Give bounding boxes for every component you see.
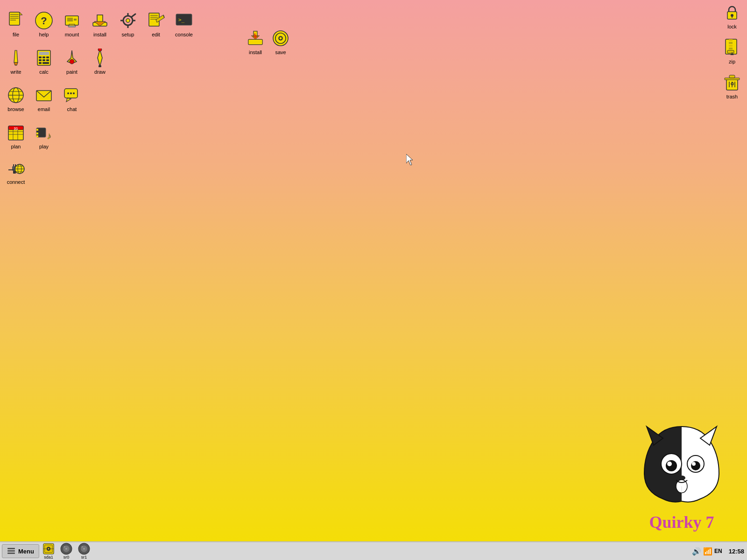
- svg-rect-93: [729, 39, 733, 41]
- svg-rect-96: [729, 48, 733, 49]
- language-icon: EN: [714, 548, 722, 554]
- svg-text:?: ?: [41, 15, 47, 27]
- plan-icon[interactable]: 31 plan: [2, 114, 30, 151]
- svg-rect-36: [39, 56, 42, 58]
- clock: 12:58: [729, 548, 744, 555]
- svg-rect-41: [46, 59, 49, 61]
- email-icon[interactable]: email: [30, 77, 58, 114]
- menu-label: Menu: [18, 548, 34, 555]
- svg-rect-101: [725, 78, 740, 80]
- svg-rect-68: [36, 129, 38, 131]
- svg-rect-12: [68, 26, 76, 27]
- draw-icon[interactable]: draw: [86, 39, 114, 77]
- svg-point-88: [280, 37, 282, 40]
- desktop: file ? help mount: [0, 0, 747, 560]
- svg-rect-119: [7, 548, 15, 549]
- taskbar-sr0[interactable]: sr0: [60, 542, 73, 560]
- svg-point-111: [667, 462, 672, 466]
- save-icon[interactable]: save: [270, 28, 291, 55]
- svg-rect-82: [248, 39, 262, 44]
- svg-point-57: [67, 92, 69, 94]
- svg-rect-40: [42, 59, 45, 61]
- paint-icon[interactable]: paint: [58, 39, 86, 77]
- zip-icon[interactable]: zip: [722, 37, 742, 64]
- cursor: [406, 154, 412, 163]
- taskbar-sr1[interactable]: sr1: [78, 542, 91, 560]
- svg-text:♻: ♻: [730, 81, 734, 86]
- svg-marker-31: [14, 50, 18, 63]
- svg-rect-43: [42, 62, 49, 64]
- taskbar-sda1[interactable]: sda1: [42, 542, 55, 560]
- svg-marker-118: [406, 154, 413, 165]
- svg-rect-24: [150, 15, 158, 16]
- svg-rect-35: [39, 52, 49, 55]
- install-top-icon[interactable]: install: [86, 2, 114, 39]
- taskbar: Menu sda1: [0, 541, 747, 560]
- help-icon[interactable]: ? help: [30, 2, 58, 39]
- chat-icon[interactable]: chat: [58, 77, 86, 114]
- lock-icon[interactable]: lock: [722, 2, 742, 29]
- svg-point-114: [692, 462, 696, 466]
- play-icon[interactable]: ♪ play: [30, 114, 58, 151]
- edit-icon[interactable]: edit: [142, 2, 170, 39]
- write-icon[interactable]: write: [2, 39, 30, 77]
- svg-rect-97: [727, 50, 734, 53]
- console-icon[interactable]: >_ console: [170, 2, 198, 39]
- svg-point-110: [666, 460, 677, 471]
- tray-icons: 🔊 📶 EN: [692, 547, 722, 556]
- mount-icon[interactable]: mount: [58, 2, 86, 39]
- svg-point-48: [98, 49, 102, 51]
- svg-rect-3: [10, 18, 19, 19]
- network-icon[interactable]: 📶: [703, 547, 712, 556]
- svg-point-17: [126, 19, 130, 22]
- svg-rect-25: [150, 17, 158, 18]
- svg-rect-70: [36, 135, 38, 137]
- connect-icon[interactable]: connect: [2, 149, 30, 187]
- svg-rect-4: [10, 20, 16, 21]
- svg-text:>_: >_: [178, 17, 185, 23]
- quirky-logo: Quirky 7: [635, 417, 728, 532]
- svg-rect-2: [10, 16, 19, 17]
- install-center-icon[interactable]: install: [245, 28, 266, 55]
- svg-rect-37: [42, 56, 45, 58]
- volume-icon[interactable]: 🔊: [692, 547, 701, 556]
- svg-marker-46: [98, 49, 102, 66]
- svg-point-113: [691, 461, 700, 470]
- svg-rect-39: [39, 59, 42, 61]
- svg-rect-120: [7, 550, 15, 552]
- svg-point-59: [73, 92, 75, 94]
- svg-point-130: [65, 547, 67, 549]
- svg-rect-38: [46, 56, 49, 58]
- svg-rect-1: [10, 14, 19, 15]
- svg-rect-102: [729, 75, 735, 78]
- svg-rect-10: [74, 19, 77, 21]
- svg-point-134: [83, 547, 85, 549]
- svg-rect-9: [67, 18, 73, 21]
- svg-marker-56: [66, 98, 71, 102]
- taskbar-drives: sda1 sr0 sr1: [42, 541, 91, 560]
- svg-rect-94: [729, 42, 733, 44]
- svg-rect-69: [36, 133, 38, 134]
- svg-marker-5: [20, 12, 22, 15]
- svg-text:31: 31: [14, 126, 18, 131]
- browse-icon[interactable]: browse: [2, 77, 30, 114]
- svg-rect-121: [7, 553, 15, 554]
- svg-line-18: [132, 14, 135, 17]
- svg-rect-42: [39, 62, 42, 64]
- svg-text:♪: ♪: [47, 131, 51, 141]
- taskbar-tray: 🔊 📶 EN 12:58: [692, 547, 747, 556]
- calc-icon[interactable]: calc: [30, 39, 58, 77]
- svg-point-58: [70, 92, 72, 94]
- svg-rect-95: [729, 45, 733, 47]
- menu-button[interactable]: Menu: [2, 544, 39, 558]
- file-icon[interactable]: file: [2, 2, 30, 39]
- svg-point-125: [48, 548, 49, 549]
- trash-icon[interactable]: ♻ trash: [722, 72, 742, 99]
- svg-point-45: [70, 59, 74, 64]
- svg-point-47: [99, 65, 101, 67]
- setup-icon[interactable]: setup: [114, 2, 142, 39]
